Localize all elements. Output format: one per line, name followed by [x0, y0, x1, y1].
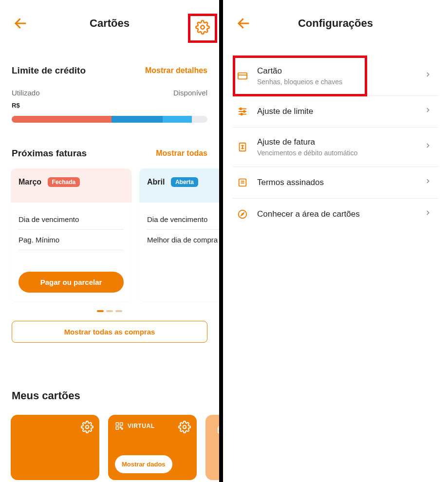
- svg-rect-12: [238, 73, 247, 79]
- show-details-link[interactable]: Mostrar detalhes: [145, 66, 207, 75]
- chevron-right-icon: [425, 209, 434, 219]
- physical-card[interactable]: [11, 415, 99, 480]
- settings-item-title: Conhecer a área de cartões: [257, 209, 416, 219]
- compass-icon: [237, 208, 248, 220]
- header: Configurações: [223, 0, 448, 47]
- due-date-label: Dia de vencimento: [147, 209, 223, 230]
- settings-list: Cartão Senhas, bloqueios e chaves Ajuste…: [223, 47, 448, 230]
- gear-icon: [195, 20, 210, 37]
- settings-item-title: Termos assinados: [257, 178, 416, 187]
- screen-cards: Cartões Limite de crédito Mostrar detalh…: [0, 0, 223, 482]
- settings-item-title: Ajuste de limite: [257, 107, 416, 116]
- pager-dot-active[interactable]: [97, 310, 104, 312]
- invoice-card-header: Março Fechada: [11, 168, 131, 203]
- additional-card-peek[interactable]: [205, 415, 223, 480]
- used-label: Utilizado: [12, 89, 40, 97]
- svg-point-1: [201, 25, 205, 29]
- pay-or-split-button[interactable]: Pagar ou parcelar: [19, 272, 124, 293]
- svg-rect-5: [116, 427, 118, 429]
- document-icon: [237, 177, 248, 188]
- card-icon: [237, 70, 248, 82]
- header: Cartões: [0, 0, 219, 47]
- settings-item-title: Ajuste de fatura: [257, 137, 416, 147]
- credit-limit-section: Limite de crédito Mostrar detalhes Utili…: [12, 65, 207, 123]
- settings-item-card[interactable]: Cartão Senhas, bloqueios e chaves: [233, 56, 438, 96]
- settings-item-subtitle: Vencimentos e débito automático: [257, 149, 416, 157]
- carousel-pager: [12, 310, 207, 312]
- limit-bar-segment-2: [112, 116, 163, 123]
- card-icon: [217, 425, 220, 437]
- show-card-data-button[interactable]: Mostrar dados: [115, 455, 172, 473]
- chevron-right-icon: [425, 71, 434, 81]
- svg-point-17: [240, 108, 242, 110]
- limit-bar-used: [12, 116, 112, 123]
- my-cards-title: Meus cartões: [12, 389, 207, 402]
- due-date-label: Dia de vencimento: [19, 209, 124, 230]
- show-all-purchases-button[interactable]: Mostrar todas as compras: [12, 321, 207, 343]
- limit-bar: [12, 116, 207, 123]
- svg-rect-7: [122, 428, 123, 429]
- settings-item-terms[interactable]: Termos assinados: [233, 167, 438, 199]
- invoices-title: Próximas faturas: [12, 148, 87, 159]
- settings-gear-button[interactable]: [188, 14, 217, 43]
- qr-icon: [115, 422, 124, 430]
- invoice-card-body: Dia de vencimento Pag. Mínimo Pagar ou p…: [11, 203, 131, 301]
- invoice-card-closed[interactable]: Março Fechada Dia de vencimento Pag. Mín…: [11, 168, 131, 301]
- page-title: Cartões: [90, 17, 130, 30]
- invoice-card-header: Abril Aberta: [139, 168, 223, 203]
- available-label: Disponível: [173, 89, 207, 97]
- screen-settings: Configurações Cartão Senhas, bloqueios e…: [223, 0, 448, 482]
- invoice-month: Abril: [147, 178, 165, 186]
- invoice-card-open[interactable]: Abril Aberta Dia de vencimento Melhor di…: [139, 168, 223, 301]
- settings-item-subtitle: Senhas, bloqueios e chaves: [257, 78, 416, 86]
- svg-marker-25: [241, 213, 244, 216]
- svg-rect-6: [120, 427, 121, 428]
- settings-item-invoice[interactable]: Ajuste de fatura Vencimentos e débito au…: [233, 128, 438, 167]
- svg-point-2: [86, 426, 89, 429]
- svg-point-19: [241, 113, 243, 115]
- back-arrow-icon[interactable]: [235, 15, 252, 32]
- invoice-card-body: Dia de vencimento Melhor dia de compra: [139, 203, 223, 259]
- credit-limit-title: Limite de crédito: [12, 65, 86, 76]
- page-title: Configurações: [298, 17, 373, 30]
- card-gear-icon[interactable]: [81, 421, 93, 433]
- content: Limite de crédito Mostrar detalhes Utili…: [0, 65, 219, 480]
- best-purchase-day-label: Melhor dia de compra: [147, 230, 223, 250]
- invoice-month: Março: [19, 178, 41, 186]
- virtual-text: VIRTUAL: [128, 423, 155, 429]
- settings-item-title: Cartão: [257, 66, 416, 76]
- settings-item-limit[interactable]: Ajuste de limite: [233, 96, 438, 128]
- card-gear-icon[interactable]: [178, 421, 191, 433]
- svg-rect-4: [120, 423, 123, 425]
- pager-dot[interactable]: [106, 310, 113, 312]
- invoice-cards-row[interactable]: Março Fechada Dia de vencimento Pag. Mín…: [11, 168, 207, 301]
- currency-label: R$: [12, 102, 207, 109]
- cards-carousel[interactable]: VIRTUAL Mostrar dados: [11, 415, 207, 480]
- status-badge-closed: Fechada: [48, 177, 80, 187]
- min-payment-label: Pag. Mínimo: [19, 230, 124, 250]
- svg-rect-9: [218, 427, 223, 433]
- settings-item-explore[interactable]: Conhecer a área de cartões: [233, 199, 438, 230]
- back-arrow-icon[interactable]: [12, 15, 29, 32]
- svg-rect-3: [116, 423, 118, 425]
- chevron-right-icon: [425, 178, 434, 187]
- invoices-section: Próximas faturas Mostrar todas Março Fec…: [12, 148, 207, 343]
- status-badge-open: Aberta: [171, 177, 198, 187]
- svg-point-24: [239, 210, 247, 219]
- show-all-invoices-link[interactable]: Mostrar todas: [156, 149, 207, 158]
- sliders-icon: [237, 106, 248, 117]
- invoice-icon: [237, 141, 248, 153]
- virtual-card[interactable]: VIRTUAL Mostrar dados: [108, 415, 197, 480]
- chevron-right-icon: [425, 142, 434, 152]
- chevron-right-icon: [425, 107, 434, 116]
- svg-point-18: [243, 111, 245, 112]
- svg-point-8: [183, 426, 187, 429]
- limit-bar-segment-3: [163, 116, 192, 123]
- pager-dot[interactable]: [115, 310, 122, 312]
